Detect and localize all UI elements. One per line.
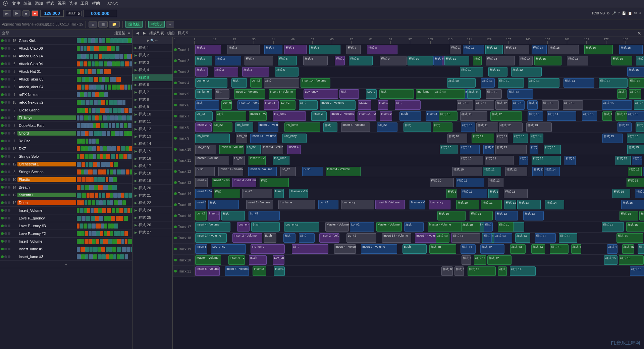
clip[interactable]: B..sh <box>302 167 323 176</box>
clip[interactable]: 样式 15 <box>544 145 561 154</box>
clip[interactable]: 样式 16 <box>563 100 583 110</box>
pattern-list-item[interactable]: ▶样式 26 <box>132 221 172 229</box>
clip[interactable]: 样式 13 <box>517 200 541 209</box>
ch-fader-area[interactable] <box>76 122 132 129</box>
play-button[interactable]: ▶ <box>13 10 20 16</box>
record-button[interactable]: ● <box>32 10 39 16</box>
clip[interactable]: 样式 <box>215 89 229 99</box>
ch-solo-dot[interactable] <box>4 201 7 204</box>
ch-name[interactable]: Attack Hat 01 <box>17 69 76 74</box>
track-blocks[interactable]: 样式 2样式 3样式 4样式 5样式 6样式 7样式 8样式 9样式 10样式 … <box>195 55 644 66</box>
clip[interactable]: 样式 11 <box>460 111 487 121</box>
channel-row[interactable]: Insert_Volume <box>0 207 132 214</box>
ch-mute-dot[interactable] <box>1 170 4 173</box>
ch-name[interactable]: Insert_lume #3 <box>17 254 76 259</box>
clip[interactable]: 样式 15 <box>618 122 632 132</box>
ch-mute-dot[interactable] <box>1 78 4 81</box>
ch-rec-dot[interactable] <box>8 178 10 181</box>
clip[interactable]: 样式 10 <box>456 200 479 209</box>
rewind-button[interactable]: ⏮ <box>3 10 11 16</box>
clip[interactable]: 样式 12 <box>511 67 542 77</box>
clip[interactable]: Master - Volume <box>195 156 229 165</box>
clip[interactable]: Insert 4 - Volume <box>341 122 370 132</box>
clip[interactable]: 样式 11 <box>452 233 480 243</box>
clip[interactable]: 样式 10 <box>430 178 454 187</box>
clip[interactable]: 样式 13 <box>528 78 559 88</box>
clip[interactable]: 样式 13 <box>532 167 543 176</box>
clip[interactable]: 样式 3 <box>227 45 260 54</box>
ch-name[interactable]: Plastic <box>17 177 76 182</box>
track-row[interactable]: Track 18 Insert 14 - VolumeInsert 2 - Vo… <box>173 233 644 244</box>
clip[interactable]: 样式 15 <box>607 244 618 254</box>
clip[interactable]: Ins_lume <box>195 134 230 143</box>
ch-rec-dot[interactable] <box>8 186 10 189</box>
track-blocks[interactable]: Lov_ency样式Lo_#2样式Insert 14 - Volume样式 10… <box>195 78 644 88</box>
clip[interactable]: 样式 14 <box>519 56 533 65</box>
track-blocks[interactable]: Insert 2 - VolumeLo_#2Ins_lumeInsert 2 -… <box>195 122 644 133</box>
clip[interactable]: 样式 15 <box>535 233 556 243</box>
clip[interactable]: 样式 10 <box>441 266 453 276</box>
channel-row[interactable]: 7 3x Osc <box>0 137 132 145</box>
clip[interactable]: 样式 16 <box>627 134 644 143</box>
channel-row[interactable]: 6 Attack Clap 06 <box>0 45 132 52</box>
ch-rec-dot[interactable] <box>8 155 10 158</box>
clip[interactable]: 样式 8 <box>349 56 373 65</box>
ch-mute-dot[interactable] <box>1 86 4 88</box>
ch-solo-dot[interactable] <box>4 55 7 57</box>
cs-header-view[interactable]: ≡ <box>128 31 130 35</box>
clip[interactable]: 样式 16 <box>619 255 644 265</box>
clip[interactable]: 样式 14 <box>531 244 545 254</box>
clip[interactable]: Insert 4 - Volume <box>326 167 361 176</box>
clip[interactable]: 样式 16 <box>636 56 644 65</box>
ch-mute-dot[interactable] <box>1 124 4 127</box>
channel-row[interactable]: 5 Attack_aker 04 <box>0 83 132 91</box>
clip[interactable]: 样式 10 <box>429 244 456 254</box>
ch-fader-area[interactable] <box>76 168 132 176</box>
ch-solo-dot[interactable] <box>4 140 7 142</box>
ch-name[interactable]: Insert_lume #5 <box>17 247 76 251</box>
ch-name[interactable]: Attack Clap 04 <box>17 61 76 66</box>
clip[interactable]: 样式 4 <box>242 67 269 77</box>
clip[interactable]: 样式 13 <box>510 244 526 254</box>
ch-name[interactable]: DX7 <box>17 146 76 151</box>
clip[interactable]: Lov_ency <box>304 89 338 99</box>
clip[interactable]: 样式 16 <box>634 100 644 110</box>
clip[interactable]: 样式 6 <box>309 45 340 54</box>
clip[interactable]: 样式 14 <box>530 145 538 154</box>
ch-fader-area[interactable] <box>76 199 132 206</box>
ch-mute-dot[interactable] <box>1 240 4 243</box>
ch-mute-dot[interactable] <box>1 62 4 65</box>
track-blocks[interactable]: Ins_lume样式Insert 2 - VolumeInsert 4 - Vo… <box>195 89 644 99</box>
ch-mute-dot[interactable] <box>1 93 4 96</box>
clip[interactable]: 样式 9 <box>380 56 407 65</box>
pattern-list-item[interactable]: ▶样式 21 <box>132 192 172 199</box>
channel-row[interactable]: 10 Plastic <box>0 176 132 184</box>
track-row[interactable]: Track 17 Insert 4 - VolumeLov_encyB..shL… <box>173 221 644 233</box>
clip[interactable]: 样式 14 <box>544 167 560 176</box>
pattern-name-btn[interactable]: 样式 5 <box>148 21 165 28</box>
ch-name[interactable]: Attack_aker 05 <box>17 77 76 82</box>
ch-solo-dot[interactable] <box>4 39 7 42</box>
ch-mute-dot[interactable] <box>1 39 4 42</box>
clip[interactable]: 样式 16 <box>629 78 644 88</box>
clip[interactable]: Insert 4 - Volume <box>274 189 284 198</box>
ch-rec-dot[interactable] <box>8 194 10 196</box>
ch-name[interactable]: Orchestral 1 <box>17 162 76 166</box>
clip[interactable]: 样式 14 <box>532 45 547 54</box>
clip[interactable]: B..sh <box>249 255 267 265</box>
clip[interactable]: 样式 12 <box>486 89 502 99</box>
clip[interactable]: 样式 3 <box>215 56 241 65</box>
clip[interactable]: Lo_#2 <box>280 167 296 176</box>
clip[interactable]: 样式 15 <box>599 78 628 88</box>
clip[interactable]: Lo_#2 <box>250 78 262 88</box>
clip[interactable]: Insert 8 - Volume <box>195 244 207 254</box>
ch-fader-area[interactable] <box>76 222 132 230</box>
clip[interactable]: 样式 <box>395 100 421 110</box>
pattern-list-item[interactable]: ▶样式 15 <box>132 148 172 155</box>
clip[interactable]: 样式 15 <box>620 211 638 220</box>
track-row[interactable]: Track 19 Insert 8 - VolumeLov_encyIns_lu… <box>173 244 644 255</box>
ch-name[interactable]: Strings Solo <box>17 154 76 159</box>
ch-fader-area[interactable] <box>76 91 132 98</box>
clip[interactable]: 样式 15 <box>617 89 627 99</box>
clip[interactable]: Lo_#2 <box>350 222 374 232</box>
